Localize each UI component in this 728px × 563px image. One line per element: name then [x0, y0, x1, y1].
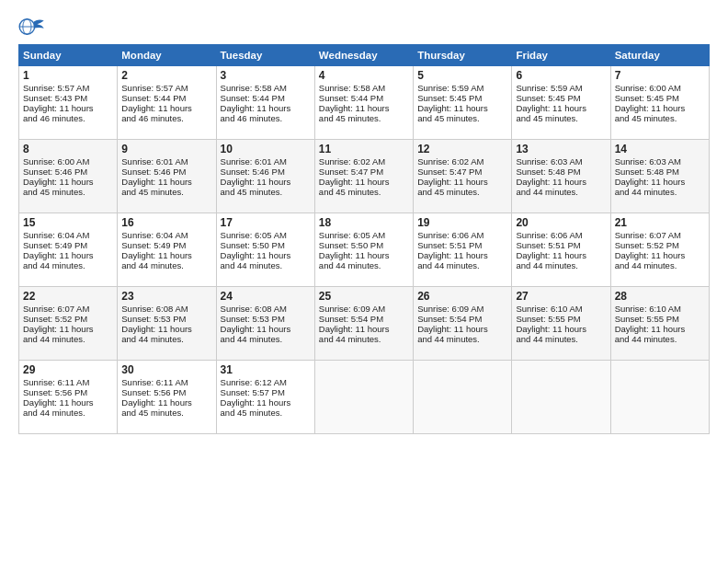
cell-text: Sunset: 5:50 PM	[319, 240, 409, 250]
day-number: 19	[417, 216, 507, 229]
cell-text: Sunset: 5:49 PM	[121, 240, 211, 250]
cell-text: Daylight: 11 hours	[319, 324, 409, 334]
cell-text: Sunrise: 5:59 AM	[516, 83, 606, 93]
cell-text: Sunrise: 6:01 AM	[221, 156, 311, 167]
cell-text: Sunrise: 5:57 AM	[121, 83, 211, 93]
cell-text: and 44 minutes.	[221, 334, 311, 344]
cell-text: Sunset: 5:53 PM	[221, 314, 311, 324]
cell-text: Sunrise: 6:06 AM	[417, 230, 507, 240]
cell-text: Daylight: 11 hours	[516, 250, 606, 260]
cell-text: Daylight: 11 hours	[221, 177, 311, 187]
cell-text: Sunrise: 6:03 AM	[516, 156, 606, 167]
cell-text: Sunset: 5:51 PM	[516, 240, 606, 250]
cell-text: Daylight: 11 hours	[417, 250, 507, 260]
calendar-cell: 21Sunrise: 6:07 AMSunset: 5:52 PMDayligh…	[610, 213, 709, 287]
day-number: 28	[615, 290, 705, 303]
calendar-cell: 20Sunrise: 6:06 AMSunset: 5:51 PMDayligh…	[512, 213, 610, 287]
cell-text: Sunset: 5:52 PM	[615, 240, 705, 250]
cell-text: Sunrise: 6:09 AM	[319, 304, 409, 314]
day-number: 23	[121, 290, 211, 303]
cell-text: Sunset: 5:55 PM	[516, 314, 606, 324]
cell-text: and 46 minutes.	[23, 113, 113, 123]
cell-text: Daylight: 11 hours	[121, 250, 211, 260]
calendar-cell: 15Sunrise: 6:04 AMSunset: 5:49 PMDayligh…	[19, 213, 118, 287]
calendar-cell: 11Sunrise: 6:02 AMSunset: 5:47 PMDayligh…	[314, 140, 413, 213]
cell-text: and 46 minutes.	[221, 113, 311, 123]
cell-text: and 44 minutes.	[516, 334, 606, 344]
day-number: 30	[121, 363, 211, 376]
calendar-cell: 28Sunrise: 6:10 AMSunset: 5:55 PMDayligh…	[610, 287, 709, 361]
calendar-cell: 2Sunrise: 5:57 AMSunset: 5:44 PMDaylight…	[118, 66, 216, 140]
cell-text: Sunrise: 6:07 AM	[23, 304, 113, 314]
day-number: 27	[516, 290, 606, 303]
cell-text: Daylight: 11 hours	[121, 397, 211, 408]
week-row-4: 22Sunrise: 6:07 AMSunset: 5:52 PMDayligh…	[19, 287, 710, 361]
cell-text: Sunset: 5:49 PM	[23, 240, 113, 250]
cell-text: Daylight: 11 hours	[516, 103, 606, 113]
cell-text: Sunset: 5:45 PM	[516, 93, 606, 103]
cell-text: Sunrise: 6:08 AM	[121, 304, 211, 314]
cell-text: Daylight: 11 hours	[23, 177, 113, 187]
cell-text: Sunrise: 6:05 AM	[221, 230, 311, 240]
cell-text: and 45 minutes.	[121, 408, 211, 418]
calendar-cell: 24Sunrise: 6:08 AMSunset: 5:53 PMDayligh…	[216, 287, 314, 361]
cell-text: Daylight: 11 hours	[221, 103, 311, 113]
calendar-cell: 3Sunrise: 5:58 AMSunset: 5:44 PMDaylight…	[216, 66, 314, 140]
cell-text: and 46 minutes.	[121, 113, 211, 123]
calendar-cell: 12Sunrise: 6:02 AMSunset: 5:47 PMDayligh…	[414, 140, 512, 213]
cell-text: Daylight: 11 hours	[221, 250, 311, 260]
col-header-monday: Monday	[118, 45, 216, 66]
cell-text: Sunrise: 6:10 AM	[615, 304, 705, 314]
cell-text: Daylight: 11 hours	[319, 177, 409, 187]
cell-text: Sunrise: 6:03 AM	[615, 156, 705, 167]
calendar-cell: 19Sunrise: 6:06 AMSunset: 5:51 PMDayligh…	[414, 213, 512, 287]
cell-text: Sunset: 5:45 PM	[417, 93, 507, 103]
cell-text: Daylight: 11 hours	[23, 324, 113, 334]
cell-text: Daylight: 11 hours	[121, 324, 211, 334]
col-header-wednesday: Wednesday	[314, 45, 413, 66]
day-number: 10	[221, 143, 311, 155]
cell-text: Sunrise: 6:02 AM	[319, 156, 409, 167]
cell-text: Daylight: 11 hours	[319, 250, 409, 260]
cell-text: Sunset: 5:44 PM	[319, 93, 409, 103]
col-header-sunday: Sunday	[19, 45, 118, 66]
cell-text: Sunset: 5:56 PM	[121, 387, 211, 397]
calendar-cell: 17Sunrise: 6:05 AMSunset: 5:50 PMDayligh…	[216, 213, 314, 287]
calendar-cell	[610, 361, 709, 434]
calendar-cell	[512, 361, 610, 434]
cell-text: Daylight: 11 hours	[417, 103, 507, 113]
day-number: 11	[319, 143, 409, 155]
cell-text: Daylight: 11 hours	[615, 324, 705, 334]
cell-text: and 44 minutes.	[615, 334, 705, 344]
cell-text: Daylight: 11 hours	[319, 103, 409, 113]
col-header-tuesday: Tuesday	[216, 45, 314, 66]
cell-text: Sunrise: 6:07 AM	[615, 230, 705, 240]
cell-text: and 44 minutes.	[417, 260, 507, 270]
cell-text: Sunrise: 6:11 AM	[121, 377, 211, 387]
calendar-cell: 25Sunrise: 6:09 AMSunset: 5:54 PMDayligh…	[314, 287, 413, 361]
cell-text: Daylight: 11 hours	[516, 177, 606, 187]
cell-text: Sunrise: 6:10 AM	[516, 304, 606, 314]
calendar-cell: 23Sunrise: 6:08 AMSunset: 5:53 PMDayligh…	[118, 287, 216, 361]
cell-text: and 44 minutes.	[121, 334, 211, 344]
cell-text: and 45 minutes.	[615, 113, 705, 123]
day-number: 9	[121, 143, 211, 155]
day-number: 3	[221, 69, 311, 82]
day-number: 12	[417, 143, 507, 155]
cell-text: and 44 minutes.	[121, 260, 211, 270]
cell-text: Daylight: 11 hours	[615, 177, 705, 187]
day-number: 5	[417, 69, 507, 82]
cell-text: Daylight: 11 hours	[23, 103, 113, 113]
header	[18, 17, 710, 37]
day-number: 6	[516, 69, 606, 82]
day-number: 7	[615, 69, 705, 82]
calendar-cell: 26Sunrise: 6:09 AMSunset: 5:54 PMDayligh…	[414, 287, 512, 361]
cell-text: Daylight: 11 hours	[615, 103, 705, 113]
calendar-table: SundayMondayTuesdayWednesdayThursdayFrid…	[18, 44, 710, 434]
cell-text: Sunset: 5:45 PM	[615, 93, 705, 103]
cell-text: Daylight: 11 hours	[221, 397, 311, 408]
calendar-cell	[414, 361, 512, 434]
cell-text: Sunset: 5:54 PM	[319, 314, 409, 324]
cell-text: Sunrise: 5:59 AM	[417, 83, 507, 93]
calendar-cell: 18Sunrise: 6:05 AMSunset: 5:50 PMDayligh…	[314, 213, 413, 287]
